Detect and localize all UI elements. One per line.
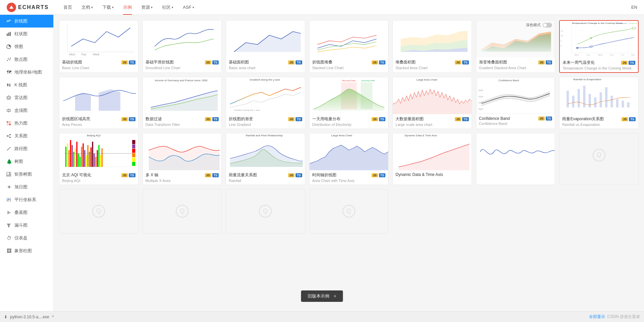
tooltip-close-button[interactable]: × bbox=[333, 293, 336, 299]
boxplot-icon bbox=[6, 108, 12, 113]
sidebar-item-funnel[interactable]: 漏斗图 bbox=[0, 219, 53, 232]
svg-rect-134 bbox=[132, 153, 135, 157]
svg-rect-112 bbox=[75, 148, 76, 167]
svg-point-5 bbox=[7, 60, 8, 61]
sidebar-item-heatmap[interactable]: 热力图 bbox=[0, 117, 53, 130]
svg-rect-10 bbox=[7, 84, 8, 86]
watermark: CSDN @逍生晨者 bbox=[607, 314, 640, 320]
nav-docs[interactable]: 文档 ▾ bbox=[77, 0, 98, 15]
svg-rect-95 bbox=[594, 97, 597, 107]
sidebar-item-radar[interactable]: 雷达图 bbox=[0, 91, 53, 104]
sidebar-item-path[interactable]: 路径图 bbox=[0, 142, 53, 155]
chart-preview-rainfall-evap: Rainfall vs Evaporation bbox=[559, 77, 638, 114]
svg-point-57 bbox=[590, 37, 592, 39]
show-all-button[interactable]: 全部显示 bbox=[589, 314, 605, 320]
chart-info-confidence-band: Confidence Band JSTS Confidence Band bbox=[476, 114, 555, 128]
chart-card-gradient-stacked[interactable]: 深色模式 bbox=[476, 20, 555, 73]
svg-text:Confidence Band: Confidence Band bbox=[498, 79, 519, 82]
svg-rect-19 bbox=[7, 121, 8, 123]
sidebar-item-treemap[interactable]: 矩形树图 bbox=[0, 168, 53, 181]
chart-card-stacked-line[interactable]: 折线图堆叠 JSTS Stacked Line Chart bbox=[309, 20, 389, 73]
svg-rect-123 bbox=[92, 142, 93, 167]
sidebar-label-parallel: 平行坐标系 bbox=[14, 197, 36, 203]
logo[interactable]: ECHARTS bbox=[7, 3, 49, 12]
svg-rect-30 bbox=[7, 175, 11, 176]
chart-card-line-gradient[interactable]: Gradient along the y axis Gradient along… bbox=[226, 77, 305, 129]
sidebar-item-gauge[interactable]: ⏱ 仪表盘 bbox=[0, 232, 53, 244]
chart-card-beijing-aqi[interactable]: Beijing AQI bbox=[59, 133, 139, 185]
js-badge2[interactable]: JS bbox=[205, 60, 211, 64]
svg-text:Rainfall vs Evaporation: Rainfall vs Evaporation bbox=[573, 78, 601, 81]
nav-asf[interactable]: ASF ▾ bbox=[178, 0, 199, 15]
sidebar-item-boxplot[interactable]: 盒须图 bbox=[0, 104, 53, 117]
nav-download[interactable]: 下载 ▾ bbox=[98, 0, 118, 15]
chart-card-large-area[interactable]: Large Area Chart 大数据量面积图 JSTS Large scal… bbox=[392, 77, 472, 129]
gauge-icon: ⏱ bbox=[6, 235, 12, 241]
svg-point-23 bbox=[7, 135, 8, 137]
sidebar-item-geo[interactable]: 🗺 地理坐标/地图 bbox=[0, 66, 53, 79]
chart-card-confidence-band[interactable]: Confidence Band 3500 3200 2900 2600 bbox=[476, 77, 555, 129]
svg-rect-125 bbox=[95, 157, 97, 167]
chart-card-data-transform[interactable]: Income of Germany and France since 1950 … bbox=[143, 77, 222, 129]
nav-home[interactable]: 首页 bbox=[59, 0, 77, 15]
bottom-bar: ⬇ python-3.10.5-a....exe ^ 全部显示 CSDN @逍生… bbox=[0, 311, 644, 322]
svg-text:Fri: Fri bbox=[622, 54, 624, 56]
chart-card-multiple-x[interactable]: 多 X 轴 JSTS Multiple X Axes bbox=[143, 133, 222, 185]
js-badge[interactable]: JS bbox=[121, 60, 128, 64]
svg-text:3500: 3500 bbox=[478, 90, 483, 91]
svg-text:Q: Q bbox=[263, 208, 268, 214]
ts-badge[interactable]: TS bbox=[129, 60, 136, 64]
svg-rect-119 bbox=[86, 155, 87, 167]
svg-text:Gradient along the y axis: Gradient along the y axis bbox=[250, 79, 280, 81]
bar-icon bbox=[6, 32, 12, 36]
sidebar-label-treemap: 矩形树图 bbox=[14, 171, 32, 177]
chart-card-rainfall-flow[interactable]: Rainfall and Flow Relationship 雨量流量关系图 J… bbox=[226, 133, 305, 185]
chart-card-area-pieces[interactable]: 折线图区域高亮 JSTS Area Pieces bbox=[59, 77, 139, 129]
chart-card-stacked-area[interactable]: 堆叠面积图 JSTS Stacked Area Chart bbox=[392, 20, 472, 73]
nav-examples[interactable]: 示例 bbox=[118, 0, 137, 15]
sidebar-item-line[interactable]: 折线图 bbox=[0, 15, 53, 28]
chart-card-placeholder-4: Q bbox=[226, 189, 305, 233]
chart-card-basic-line[interactable]: Mon Tue Wed 基础折线图 JS TS Basic Line Chart bbox=[59, 20, 139, 73]
chart-card-smoothed-line[interactable]: 基础平滑折线图 JSTS Smoothed Line Chart bbox=[143, 20, 222, 73]
sidebar-item-pie[interactable]: 饼图 bbox=[0, 40, 53, 53]
lang-switch[interactable]: EN bbox=[631, 5, 637, 10]
sidebar-item-candlestick[interactable]: K 线图 bbox=[0, 79, 53, 91]
sidebar-label-bar: 柱状图 bbox=[14, 31, 28, 37]
svg-rect-121 bbox=[89, 152, 90, 167]
chart-card-time-axis[interactable]: Large Area Chart 时间轴折线图 JSTS Area Chart … bbox=[309, 133, 389, 185]
sidebar-item-bar[interactable]: 柱状图 bbox=[0, 28, 53, 40]
chart-card-electricity-dist[interactable]: Morning Peak Evening Peak 一天用电量分布 JSTS D… bbox=[309, 77, 389, 129]
svg-rect-116 bbox=[81, 147, 83, 167]
chart-card-rainfall-evap[interactable]: Rainfall vs Evaporation bbox=[559, 77, 639, 129]
svg-rect-28 bbox=[7, 172, 9, 175]
sidebar-item-sunburst[interactable]: ☀ 旭日图 bbox=[0, 181, 53, 193]
chart-info-basic-area: 基础面积图 JSTS Basic area chart bbox=[226, 57, 305, 72]
sidebar-item-pictorial[interactable]: 🖼 象形柱图 bbox=[0, 244, 53, 257]
chart-card-basic-area[interactable]: 基础面积图 JSTS Basic area chart bbox=[226, 20, 305, 73]
sidebar-label-pictorial: 象形柱图 bbox=[14, 248, 32, 254]
nav-community[interactable]: 社区 ▾ bbox=[157, 0, 178, 15]
chart-card-dynamic-time[interactable]: Dynamic Data & Time Axis Dynamic Data & … bbox=[392, 133, 472, 185]
ts-badge2[interactable]: TS bbox=[212, 60, 219, 64]
chevron-up-icon[interactable]: ^ bbox=[52, 315, 54, 319]
svg-text:10: 10 bbox=[561, 35, 564, 37]
svg-rect-122 bbox=[91, 147, 92, 167]
nav-resources[interactable]: 资源 ▾ bbox=[137, 0, 157, 15]
chart-info-data-transform: 数据过滤 JSTS Data Transform Filter bbox=[143, 114, 222, 129]
graph-icon bbox=[6, 134, 12, 138]
chart-card-wavy-line[interactable] bbox=[476, 133, 555, 185]
sidebar-item-tree[interactable]: 🌲 树图 bbox=[0, 155, 53, 168]
sidebar-item-sankey[interactable]: ⫸ 桑基图 bbox=[0, 206, 53, 219]
chart-card-temp-change[interactable]: Temperature Change in the Coming Week — … bbox=[559, 20, 639, 73]
chart-preview-rainfall-flow: Rainfall and Flow Relationship bbox=[226, 133, 305, 170]
svg-rect-94 bbox=[589, 94, 591, 107]
svg-text:Large Area Chart: Large Area Chart bbox=[417, 79, 438, 81]
sidebar-item-parallel[interactable]: 平行坐标系 bbox=[0, 193, 53, 206]
sidebar-item-scatter[interactable]: 散点图 bbox=[0, 53, 53, 66]
svg-rect-111 bbox=[73, 152, 74, 167]
sidebar-item-graph[interactable]: 关系图 bbox=[0, 130, 53, 142]
dark-mode-switch[interactable] bbox=[543, 23, 552, 28]
chart-info-multiple-x: 多 X 轴 JSTS Multiple X Axes bbox=[143, 170, 222, 185]
chart-info-gradient-stacked: 渐变堆叠面积图 JSTS Gradient Stacked Area Chart bbox=[476, 57, 555, 72]
